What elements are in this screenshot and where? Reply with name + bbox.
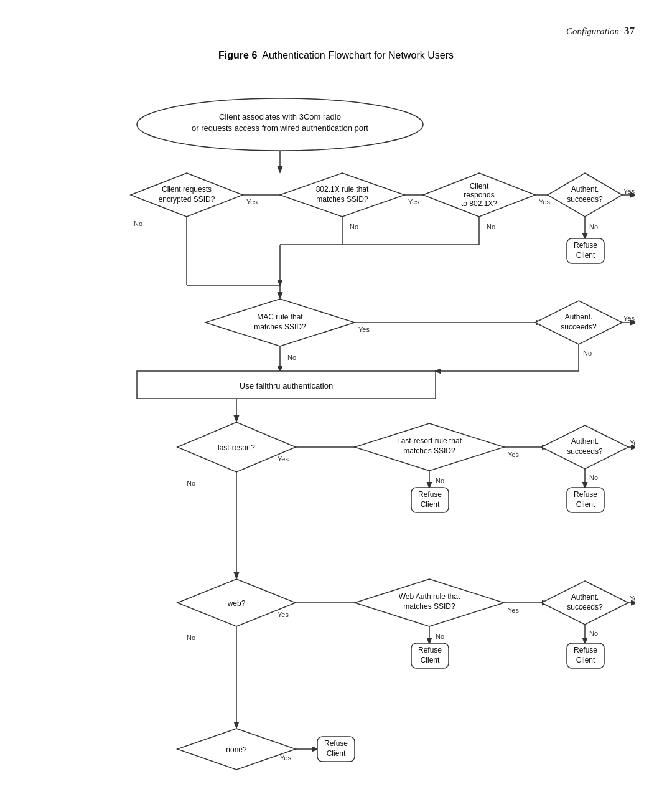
svg-text:Yes: Yes <box>280 754 291 762</box>
svg-text:No: No <box>350 223 358 230</box>
svg-text:Refuse: Refuse <box>418 646 442 654</box>
svg-text:Yes: Yes <box>623 314 635 322</box>
svg-text:Client: Client <box>470 182 489 191</box>
svg-text:Refuse: Refuse <box>418 490 442 499</box>
svg-text:encrypted SSID?: encrypted SSID? <box>159 195 215 204</box>
svg-text:No: No <box>589 630 598 637</box>
svg-text:Yes: Yes <box>623 187 635 195</box>
svg-text:to 802.1X?: to 802.1X? <box>461 199 497 208</box>
svg-text:Refuse: Refuse <box>574 646 597 654</box>
svg-text:No: No <box>487 223 495 230</box>
svg-text:web?: web? <box>227 599 246 608</box>
svg-text:matches SSID?: matches SSID? <box>254 323 306 331</box>
svg-text:Client: Client <box>421 500 440 509</box>
svg-text:or requests access from wired : or requests access from wired authentica… <box>192 123 368 133</box>
svg-text:matches SSID?: matches SSID? <box>403 446 455 455</box>
figure-label: Figure 6 <box>218 50 257 60</box>
flowchart-svg: Client associates with 3Com radio or req… <box>37 80 635 802</box>
svg-text:Yes: Yes <box>278 455 289 463</box>
svg-text:matches SSID?: matches SSID? <box>316 195 368 204</box>
svg-text:No: No <box>187 634 195 641</box>
svg-text:responds: responds <box>464 191 494 199</box>
svg-text:Yes: Yes <box>539 198 550 205</box>
svg-text:802.1X rule that: 802.1X rule that <box>316 185 369 194</box>
svg-text:Yes: Yes <box>408 198 419 205</box>
svg-text:Web Auth rule that: Web Auth rule that <box>399 592 460 601</box>
svg-text:Client requests: Client requests <box>162 185 212 194</box>
svg-text:Refuse: Refuse <box>324 739 348 748</box>
svg-text:Client: Client <box>327 749 346 758</box>
svg-text:Use fallthru authentication: Use fallthru authentication <box>240 381 333 390</box>
svg-text:Yes: Yes <box>278 611 289 618</box>
svg-text:succeeds?: succeeds? <box>561 323 597 331</box>
svg-text:Authent.: Authent. <box>571 593 599 602</box>
svg-text:MAC rule that: MAC rule that <box>257 313 303 321</box>
svg-text:Yes: Yes <box>630 439 635 446</box>
svg-text:Authent.: Authent. <box>565 313 593 321</box>
flowchart: Client associates with 3Com radio or req… <box>37 80 635 802</box>
svg-text:No: No <box>583 349 592 357</box>
svg-text:matches SSID?: matches SSID? <box>403 602 455 611</box>
header: Configuration 37 <box>37 25 635 37</box>
figure-title: Figure 6 Authentication Flowchart for Ne… <box>37 50 635 61</box>
svg-text:Authent.: Authent. <box>571 437 599 446</box>
svg-text:Yes: Yes <box>508 451 519 458</box>
svg-text:No: No <box>436 477 444 484</box>
header-label: Configuration <box>566 26 619 37</box>
page: Configuration 37 Figure 6 Authentication… <box>0 0 672 807</box>
svg-text:Last-resort rule that: Last-resort rule that <box>397 437 462 445</box>
svg-text:Client: Client <box>576 251 595 260</box>
svg-text:No: No <box>134 220 142 227</box>
svg-text:Yes: Yes <box>246 198 258 205</box>
svg-text:Refuse: Refuse <box>574 241 597 250</box>
svg-text:succeeds?: succeeds? <box>567 447 603 456</box>
svg-text:Refuse: Refuse <box>574 490 597 499</box>
svg-text:Yes: Yes <box>508 606 519 614</box>
svg-text:Yes: Yes <box>358 326 370 333</box>
svg-text:Yes: Yes <box>630 595 635 602</box>
svg-text:No: No <box>287 354 296 361</box>
svg-text:Authent.: Authent. <box>571 185 599 194</box>
svg-text:none?: none? <box>226 745 247 754</box>
svg-text:No: No <box>589 474 598 481</box>
svg-text:Client: Client <box>576 656 595 664</box>
svg-text:last-resort?: last-resort? <box>218 443 255 452</box>
svg-text:Client: Client <box>576 500 595 509</box>
svg-text:No: No <box>187 479 195 487</box>
page-number: 37 <box>624 25 635 37</box>
svg-text:succeeds?: succeeds? <box>567 603 603 611</box>
svg-text:Client: Client <box>421 656 440 664</box>
svg-text:succeeds?: succeeds? <box>567 195 603 204</box>
svg-text:No: No <box>436 633 444 640</box>
svg-text:No: No <box>589 223 598 230</box>
svg-text:Client associates with 3Com ra: Client associates with 3Com radio <box>219 112 341 121</box>
